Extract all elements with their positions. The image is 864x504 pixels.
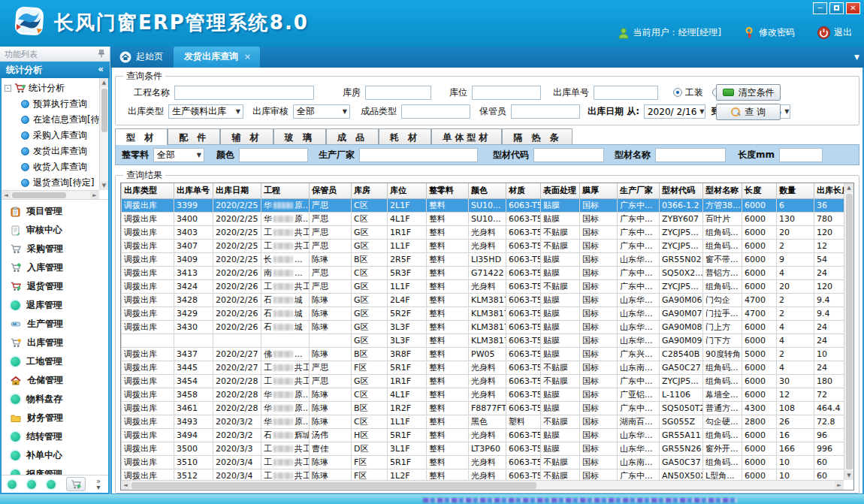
- table-row[interactable]: 调拨出库34302020/2/26石城陈琳G区3L3F整料KLM38176063…: [122, 320, 844, 333]
- grid-hscroll-thumb[interactable]: [131, 482, 536, 489]
- table-row[interactable]: 调拨出库34092020/2/25长...陈琳B区2R5F整料LI35HD606…: [122, 252, 844, 266]
- column-header[interactable]: 型材名称: [703, 183, 742, 198]
- keeper-input[interactable]: [511, 104, 580, 119]
- maker-input[interactable]: [359, 148, 478, 162]
- sidebar-item-4[interactable]: 退货管理: [2, 277, 108, 296]
- tree-item-4[interactable]: 收货入库查询: [5, 159, 108, 175]
- table-row[interactable]: 调拨出库34942020/3/2石辉城汤伟H区5R1F整料光身料6063-T5贴…: [122, 428, 844, 442]
- sidebar-item-0[interactable]: 项目管理: [2, 202, 108, 221]
- warehouse-input[interactable]: [365, 86, 431, 100]
- project-name-input[interactable]: [174, 86, 314, 100]
- radio-work-option[interactable]: 工装: [673, 86, 703, 99]
- sidebar-item-12[interactable]: 结转管理: [2, 427, 108, 446]
- audit-select[interactable]: 全部▼: [293, 104, 350, 119]
- part-select[interactable]: 全部▼: [153, 148, 204, 162]
- table-row[interactable]: 调拨出库35002020/3/3工共工程曹佳D区3L1F整料LT3P606063…: [122, 442, 844, 455]
- column-header[interactable]: 库房: [352, 183, 388, 198]
- column-header[interactable]: 膜厚: [580, 183, 618, 198]
- date-from-picker[interactable]: 2020/ 2/16▼: [644, 104, 705, 119]
- sidebar-item-11[interactable]: 财务管理: [2, 409, 108, 427]
- table-row[interactable]: 调拨出库34282020/2/26石城陈琳G区2L4F整料KLM38176063…: [122, 293, 844, 306]
- tree-item-3[interactable]: 发货出库查询: [5, 143, 108, 159]
- tree-item-2[interactable]: 采购入库查询: [5, 128, 108, 143]
- column-header[interactable]: 库位: [388, 183, 427, 198]
- column-header[interactable]: 长度: [742, 183, 777, 198]
- column-header[interactable]: 表面处理: [541, 183, 580, 198]
- sidebar-item-6[interactable]: 生产管理: [2, 315, 108, 333]
- sidebar-item-14[interactable]: 报废管理: [2, 465, 108, 475]
- table-row[interactable]: 调拨出库34542020/2/28工共工程严思G区1R1F整料光身料6063-T…: [122, 374, 844, 388]
- column-header[interactable]: 工程: [261, 183, 310, 198]
- column-header[interactable]: 生产厂家: [618, 183, 660, 198]
- column-header[interactable]: 出库日期: [213, 183, 261, 198]
- product-type-input[interactable]: [401, 104, 470, 119]
- logout-button[interactable]: 退出: [817, 26, 852, 39]
- grid-horizontal-scrollbar[interactable]: ◄ ►: [121, 480, 844, 490]
- out-type-select[interactable]: 生产领料出库▼: [168, 104, 243, 119]
- sidebar-item-9[interactable]: 仓储管理: [2, 371, 108, 390]
- grid-vscroll-thumb[interactable]: [846, 194, 853, 469]
- maximize-button[interactable]: [829, 2, 844, 14]
- table-row[interactable]: 调拨出库34932020/3/2华原...陈琳C区1L1F整料黑色塑料不贴膜国标…: [122, 415, 844, 428]
- tab-active[interactable]: 发货出库查询 ×: [174, 47, 260, 68]
- table-row[interactable]: 调拨出库34032020/2/25工共工程严思G区1R1F整料光身料6063-T…: [122, 225, 844, 239]
- material-tab-0[interactable]: 型 材: [115, 128, 168, 145]
- table-row[interactable]: 调拨出库34612020/2/28华原...陈琳B区1R2F整料F8877FT6…: [122, 401, 844, 415]
- table-row[interactable]: 调拨出库34072020/2/25工共工程严思G区1L1F整料光身料6063-T…: [122, 239, 844, 252]
- sidebar-item-10[interactable]: 物料盘存: [2, 390, 108, 409]
- sidebar-item-7[interactable]: 出库管理: [2, 333, 108, 352]
- tree-hscroll-thumb[interactable]: [12, 192, 66, 198]
- material-tab-5[interactable]: 耗 材: [379, 128, 431, 145]
- table-row[interactable]: 调拨出库34002020/2/25华原...严思C区4L1F整料SU10...6…: [122, 212, 844, 225]
- sidebar-item-8[interactable]: 工地管理: [2, 352, 108, 371]
- sidebar-item-13[interactable]: 补单中心: [2, 446, 108, 465]
- table-row[interactable]: G区3L3F整料KLM38176063-T5贴膜国标山东华...GA90M09.…: [122, 333, 844, 347]
- sidebar-item-5[interactable]: 退库管理: [2, 296, 108, 315]
- column-header[interactable]: 出库长度: [814, 183, 844, 198]
- close-button[interactable]: ✕: [846, 2, 860, 14]
- pin-icon[interactable]: [98, 49, 105, 61]
- material-tab-1[interactable]: 配 件: [168, 128, 220, 145]
- menu-cart-button[interactable]: [66, 477, 86, 491]
- color-input[interactable]: [239, 148, 308, 162]
- table-row[interactable]: 调拨出库34292020/2/26石城陈琳G区5R2F整料KLM38176063…: [122, 306, 844, 320]
- material-tab-7[interactable]: 隔 热 条: [502, 128, 572, 145]
- tree-item-5[interactable]: 退货查询[待定]: [5, 175, 108, 191]
- scroll-right-icon[interactable]: ►: [835, 481, 844, 490]
- scroll-left-icon[interactable]: ◄: [121, 481, 130, 490]
- sidebar-item-2[interactable]: 采购管理: [2, 240, 108, 258]
- clear-conditions-button[interactable]: 清空条件: [716, 84, 781, 101]
- scroll-down-icon[interactable]: ▼: [844, 471, 853, 480]
- table-row[interactable]: 调拨出库33992020/2/25华原...严思C区2L1F整料SU10...6…: [122, 198, 844, 212]
- sidebar-item-3[interactable]: 入库管理: [2, 258, 108, 277]
- menu-overflow-button[interactable]: »▾: [96, 478, 101, 490]
- material-code-input[interactable]: [533, 148, 604, 162]
- table-row[interactable]: 调拨出库34372020/2/27佛...陈琳B区3R8F整料PW056063-…: [122, 347, 844, 361]
- table-row[interactable]: 调拨出库34452020/2/27工共工程严思F区5R1F整料光身料6063-T…: [122, 361, 844, 374]
- scroll-down-icon[interactable]: ▼: [100, 181, 109, 190]
- column-header[interactable]: 材质: [506, 183, 541, 198]
- menu-dot-icon[interactable]: [27, 480, 36, 489]
- tab-close-icon[interactable]: ×: [244, 52, 251, 62]
- collapse-icon[interactable]: «: [98, 64, 104, 78]
- order-no-input[interactable]: [594, 86, 658, 100]
- scroll-up-icon[interactable]: ▲: [844, 183, 853, 192]
- menu-dot-icon[interactable]: [47, 480, 56, 489]
- tab-overflow-icon[interactable]: ▼: [854, 53, 859, 61]
- table-row[interactable]: 调拨出库34242020/2/26工共工程严思G区1L1F整料光身料6063-T…: [122, 279, 844, 293]
- material-tab-4[interactable]: 成 品: [326, 128, 379, 145]
- column-header[interactable]: 数量: [777, 183, 814, 198]
- column-header[interactable]: 型材代码: [660, 183, 703, 198]
- tab-home[interactable]: 起始页: [110, 50, 174, 68]
- scroll-left-icon[interactable]: ◄: [2, 191, 11, 200]
- tree-vertical-scrollbar[interactable]: ▲ ▼: [99, 78, 108, 190]
- length-input[interactable]: [779, 148, 823, 162]
- table-row[interactable]: 调拨出库34132020/2/26南...严思C区5R3F整料G71422606…: [122, 266, 844, 279]
- material-tab-2[interactable]: 辅 材: [220, 128, 273, 145]
- sidebar-section-header[interactable]: 统计分析 «: [0, 62, 110, 78]
- tree-expander-icon[interactable]: -: [5, 85, 11, 92]
- minimize-button[interactable]: −: [813, 2, 827, 14]
- tree-vscroll-thumb[interactable]: [101, 89, 107, 132]
- material-tab-6[interactable]: 单体型材: [431, 128, 502, 145]
- table-row[interactable]: 调拨出库35122020/3/4工共工程陈琳F区1L2F整料光身料6063-T5…: [122, 469, 844, 480]
